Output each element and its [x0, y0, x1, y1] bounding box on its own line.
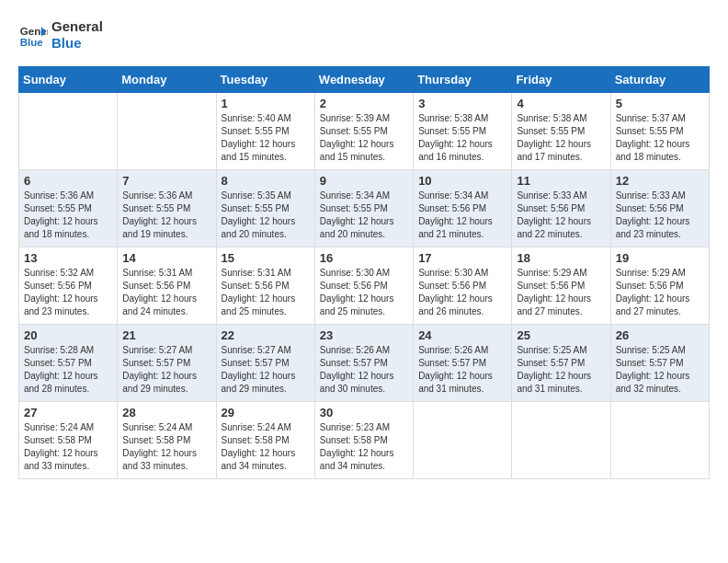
calendar-table: SundayMondayTuesdayWednesdayThursdayFrid… [18, 66, 710, 479]
calendar-header-saturday: Saturday [610, 67, 709, 93]
day-number: 10 [418, 174, 506, 188]
day-number: 16 [320, 251, 408, 265]
day-info: Sunrise: 5:25 AM Sunset: 5:57 PM Dayligh… [616, 344, 704, 396]
logo-text-general: General [51, 18, 103, 35]
day-number: 24 [418, 328, 506, 342]
day-number: 14 [122, 251, 210, 265]
day-info: Sunrise: 5:29 AM Sunset: 5:56 PM Dayligh… [517, 267, 605, 318]
calendar-cell: 5Sunrise: 5:37 AM Sunset: 5:55 PM Daylig… [610, 93, 709, 170]
day-info: Sunrise: 5:30 AM Sunset: 5:56 PM Dayligh… [320, 267, 408, 318]
calendar-week-5: 27Sunrise: 5:24 AM Sunset: 5:58 PM Dayli… [19, 402, 710, 479]
day-info: Sunrise: 5:24 AM Sunset: 5:58 PM Dayligh… [24, 421, 112, 473]
day-info: Sunrise: 5:38 AM Sunset: 5:55 PM Dayligh… [517, 112, 605, 164]
day-info: Sunrise: 5:24 AM Sunset: 5:58 PM Dayligh… [122, 421, 210, 473]
day-number: 9 [320, 174, 408, 188]
day-number: 4 [517, 97, 605, 110]
day-number: 2 [320, 97, 408, 110]
logo: General Blue General Blue [18, 18, 103, 52]
day-info: Sunrise: 5:33 AM Sunset: 5:56 PM Dayligh… [517, 190, 605, 241]
calendar-header-monday: Monday [118, 67, 216, 93]
calendar-cell [19, 93, 118, 170]
logo-text-blue: Blue [51, 35, 103, 52]
calendar-cell: 14Sunrise: 5:31 AM Sunset: 5:56 PM Dayli… [118, 247, 216, 325]
day-info: Sunrise: 5:25 AM Sunset: 5:57 PM Dayligh… [517, 344, 605, 396]
calendar-cell: 15Sunrise: 5:31 AM Sunset: 5:56 PM Dayli… [216, 247, 314, 325]
day-number: 12 [616, 174, 704, 188]
day-info: Sunrise: 5:38 AM Sunset: 5:55 PM Dayligh… [418, 112, 506, 164]
day-number: 13 [24, 251, 112, 265]
day-number: 18 [517, 251, 605, 265]
day-number: 15 [222, 251, 310, 265]
day-info: Sunrise: 5:31 AM Sunset: 5:56 PM Dayligh… [122, 267, 210, 318]
calendar-cell: 2Sunrise: 5:39 AM Sunset: 5:55 PM Daylig… [314, 93, 413, 170]
calendar-week-2: 6Sunrise: 5:36 AM Sunset: 5:55 PM Daylig… [19, 170, 710, 247]
calendar-header-friday: Friday [512, 67, 610, 93]
calendar-cell: 7Sunrise: 5:36 AM Sunset: 5:55 PM Daylig… [118, 170, 216, 247]
day-number: 23 [320, 328, 408, 342]
day-info: Sunrise: 5:26 AM Sunset: 5:57 PM Dayligh… [320, 344, 408, 396]
day-info: Sunrise: 5:34 AM Sunset: 5:56 PM Dayligh… [418, 190, 506, 241]
calendar-cell: 23Sunrise: 5:26 AM Sunset: 5:57 PM Dayli… [314, 325, 413, 402]
calendar-cell: 28Sunrise: 5:24 AM Sunset: 5:58 PM Dayli… [118, 402, 216, 479]
day-number: 22 [222, 328, 310, 342]
day-number: 25 [517, 328, 605, 342]
day-number: 11 [517, 174, 605, 188]
day-info: Sunrise: 5:26 AM Sunset: 5:57 PM Dayligh… [418, 344, 506, 396]
calendar-cell: 10Sunrise: 5:34 AM Sunset: 5:56 PM Dayli… [414, 170, 512, 247]
calendar-cell: 4Sunrise: 5:38 AM Sunset: 5:55 PM Daylig… [512, 93, 610, 170]
day-number: 17 [418, 251, 506, 265]
calendar-cell: 19Sunrise: 5:29 AM Sunset: 5:56 PM Dayli… [610, 247, 709, 325]
day-info: Sunrise: 5:24 AM Sunset: 5:58 PM Dayligh… [222, 421, 310, 473]
day-number: 6 [24, 174, 112, 188]
calendar-cell: 18Sunrise: 5:29 AM Sunset: 5:56 PM Dayli… [512, 247, 610, 325]
day-info: Sunrise: 5:40 AM Sunset: 5:55 PM Dayligh… [222, 112, 310, 164]
calendar-cell: 11Sunrise: 5:33 AM Sunset: 5:56 PM Dayli… [512, 170, 610, 247]
day-info: Sunrise: 5:33 AM Sunset: 5:56 PM Dayligh… [616, 190, 704, 241]
svg-text:Blue: Blue [20, 37, 44, 48]
day-number: 28 [122, 406, 210, 419]
day-number: 7 [122, 174, 210, 188]
calendar-cell: 22Sunrise: 5:27 AM Sunset: 5:57 PM Dayli… [216, 325, 314, 402]
day-info: Sunrise: 5:29 AM Sunset: 5:56 PM Dayligh… [616, 267, 704, 318]
day-info: Sunrise: 5:36 AM Sunset: 5:55 PM Dayligh… [24, 190, 112, 241]
calendar-cell: 3Sunrise: 5:38 AM Sunset: 5:55 PM Daylig… [414, 93, 512, 170]
day-info: Sunrise: 5:28 AM Sunset: 5:57 PM Dayligh… [24, 344, 112, 396]
calendar-cell [118, 93, 216, 170]
calendar-week-1: 1Sunrise: 5:40 AM Sunset: 5:55 PM Daylig… [19, 93, 710, 170]
day-number: 19 [616, 251, 704, 265]
calendar-cell: 6Sunrise: 5:36 AM Sunset: 5:55 PM Daylig… [19, 170, 118, 247]
day-number: 3 [418, 97, 506, 110]
calendar-cell: 25Sunrise: 5:25 AM Sunset: 5:57 PM Dayli… [512, 325, 610, 402]
calendar-cell: 30Sunrise: 5:23 AM Sunset: 5:58 PM Dayli… [314, 402, 413, 479]
calendar-cell: 27Sunrise: 5:24 AM Sunset: 5:58 PM Dayli… [19, 402, 118, 479]
day-info: Sunrise: 5:27 AM Sunset: 5:57 PM Dayligh… [222, 344, 310, 396]
calendar-body: 1Sunrise: 5:40 AM Sunset: 5:55 PM Daylig… [19, 93, 710, 479]
calendar-cell: 17Sunrise: 5:30 AM Sunset: 5:56 PM Dayli… [414, 247, 512, 325]
calendar-header-wednesday: Wednesday [314, 67, 413, 93]
calendar-cell: 24Sunrise: 5:26 AM Sunset: 5:57 PM Dayli… [414, 325, 512, 402]
day-number: 26 [616, 328, 704, 342]
day-info: Sunrise: 5:35 AM Sunset: 5:55 PM Dayligh… [222, 190, 310, 241]
day-number: 27 [24, 406, 112, 419]
calendar-cell: 21Sunrise: 5:27 AM Sunset: 5:57 PM Dayli… [118, 325, 216, 402]
calendar-cell: 26Sunrise: 5:25 AM Sunset: 5:57 PM Dayli… [610, 325, 709, 402]
day-number: 8 [222, 174, 310, 188]
day-info: Sunrise: 5:30 AM Sunset: 5:56 PM Dayligh… [418, 267, 506, 318]
calendar-cell [512, 402, 610, 479]
calendar-cell: 20Sunrise: 5:28 AM Sunset: 5:57 PM Dayli… [19, 325, 118, 402]
calendar-header-row: SundayMondayTuesdayWednesdayThursdayFrid… [19, 67, 710, 93]
day-info: Sunrise: 5:31 AM Sunset: 5:56 PM Dayligh… [222, 267, 310, 318]
calendar-header-thursday: Thursday [414, 67, 512, 93]
day-number: 21 [122, 328, 210, 342]
logo-icon: General Blue [18, 20, 48, 50]
calendar-cell: 8Sunrise: 5:35 AM Sunset: 5:55 PM Daylig… [216, 170, 314, 247]
calendar-header-sunday: Sunday [19, 67, 118, 93]
calendar-cell: 13Sunrise: 5:32 AM Sunset: 5:56 PM Dayli… [19, 247, 118, 325]
day-info: Sunrise: 5:27 AM Sunset: 5:57 PM Dayligh… [122, 344, 210, 396]
day-info: Sunrise: 5:37 AM Sunset: 5:55 PM Dayligh… [616, 112, 704, 164]
day-info: Sunrise: 5:23 AM Sunset: 5:58 PM Dayligh… [320, 421, 408, 473]
day-number: 30 [320, 406, 408, 419]
calendar-week-3: 13Sunrise: 5:32 AM Sunset: 5:56 PM Dayli… [19, 247, 710, 325]
calendar-cell [414, 402, 512, 479]
day-number: 5 [616, 97, 704, 110]
